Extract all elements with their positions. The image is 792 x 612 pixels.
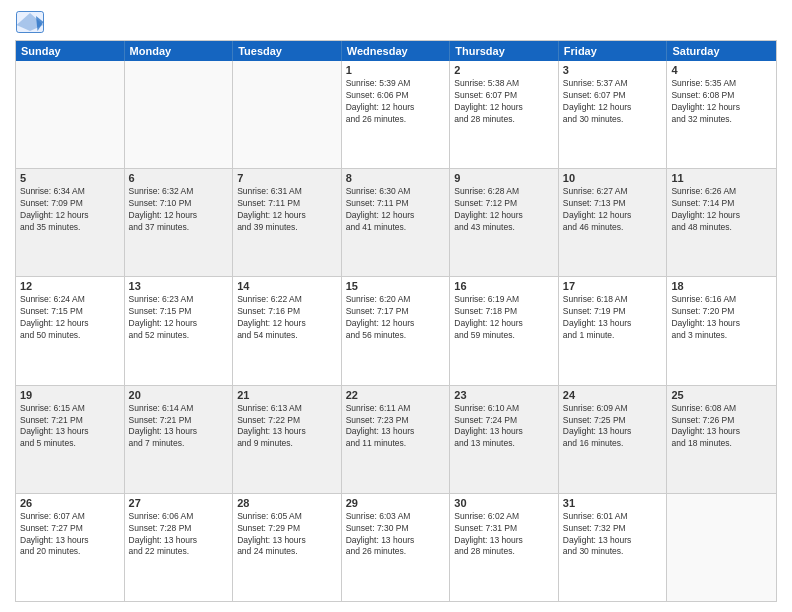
day-info: Sunrise: 5:39 AM Sunset: 6:06 PM Dayligh…	[346, 78, 446, 126]
day-info: Sunrise: 6:18 AM Sunset: 7:19 PM Dayligh…	[563, 294, 663, 342]
day-number: 14	[237, 280, 337, 292]
day-number: 6	[129, 172, 229, 184]
calendar-cell: 11Sunrise: 6:26 AM Sunset: 7:14 PM Dayli…	[667, 169, 776, 276]
day-number: 16	[454, 280, 554, 292]
calendar-cell: 19Sunrise: 6:15 AM Sunset: 7:21 PM Dayli…	[16, 386, 125, 493]
day-info: Sunrise: 6:22 AM Sunset: 7:16 PM Dayligh…	[237, 294, 337, 342]
calendar-cell: 30Sunrise: 6:02 AM Sunset: 7:31 PM Dayli…	[450, 494, 559, 601]
calendar-row-5: 26Sunrise: 6:07 AM Sunset: 7:27 PM Dayli…	[16, 493, 776, 601]
calendar-cell: 24Sunrise: 6:09 AM Sunset: 7:25 PM Dayli…	[559, 386, 668, 493]
weekday-header-thursday: Thursday	[450, 41, 559, 61]
calendar-cell: 15Sunrise: 6:20 AM Sunset: 7:17 PM Dayli…	[342, 277, 451, 384]
day-info: Sunrise: 5:35 AM Sunset: 6:08 PM Dayligh…	[671, 78, 772, 126]
day-number: 10	[563, 172, 663, 184]
day-info: Sunrise: 6:08 AM Sunset: 7:26 PM Dayligh…	[671, 403, 772, 451]
day-info: Sunrise: 6:03 AM Sunset: 7:30 PM Dayligh…	[346, 511, 446, 559]
day-number: 31	[563, 497, 663, 509]
day-number: 22	[346, 389, 446, 401]
day-info: Sunrise: 6:32 AM Sunset: 7:10 PM Dayligh…	[129, 186, 229, 234]
calendar-cell: 17Sunrise: 6:18 AM Sunset: 7:19 PM Dayli…	[559, 277, 668, 384]
day-number: 18	[671, 280, 772, 292]
calendar-cell: 7Sunrise: 6:31 AM Sunset: 7:11 PM Daylig…	[233, 169, 342, 276]
calendar-header: SundayMondayTuesdayWednesdayThursdayFrid…	[16, 41, 776, 61]
day-info: Sunrise: 6:20 AM Sunset: 7:17 PM Dayligh…	[346, 294, 446, 342]
day-number: 11	[671, 172, 772, 184]
logo	[15, 10, 49, 34]
calendar-cell: 8Sunrise: 6:30 AM Sunset: 7:11 PM Daylig…	[342, 169, 451, 276]
calendar-cell: 16Sunrise: 6:19 AM Sunset: 7:18 PM Dayli…	[450, 277, 559, 384]
day-number: 9	[454, 172, 554, 184]
day-number: 23	[454, 389, 554, 401]
day-info: Sunrise: 6:05 AM Sunset: 7:29 PM Dayligh…	[237, 511, 337, 559]
day-number: 12	[20, 280, 120, 292]
day-info: Sunrise: 6:15 AM Sunset: 7:21 PM Dayligh…	[20, 403, 120, 451]
day-info: Sunrise: 6:24 AM Sunset: 7:15 PM Dayligh…	[20, 294, 120, 342]
header	[15, 10, 777, 34]
day-info: Sunrise: 6:06 AM Sunset: 7:28 PM Dayligh…	[129, 511, 229, 559]
day-number: 15	[346, 280, 446, 292]
calendar-cell: 26Sunrise: 6:07 AM Sunset: 7:27 PM Dayli…	[16, 494, 125, 601]
calendar-body: 1Sunrise: 5:39 AM Sunset: 6:06 PM Daylig…	[16, 61, 776, 601]
weekday-header-sunday: Sunday	[16, 41, 125, 61]
day-number: 5	[20, 172, 120, 184]
day-info: Sunrise: 6:19 AM Sunset: 7:18 PM Dayligh…	[454, 294, 554, 342]
day-info: Sunrise: 6:10 AM Sunset: 7:24 PM Dayligh…	[454, 403, 554, 451]
weekday-header-wednesday: Wednesday	[342, 41, 451, 61]
day-info: Sunrise: 6:28 AM Sunset: 7:12 PM Dayligh…	[454, 186, 554, 234]
day-number: 7	[237, 172, 337, 184]
calendar-cell: 4Sunrise: 5:35 AM Sunset: 6:08 PM Daylig…	[667, 61, 776, 168]
day-number: 21	[237, 389, 337, 401]
calendar-cell: 9Sunrise: 6:28 AM Sunset: 7:12 PM Daylig…	[450, 169, 559, 276]
day-number: 1	[346, 64, 446, 76]
day-info: Sunrise: 5:37 AM Sunset: 6:07 PM Dayligh…	[563, 78, 663, 126]
calendar-cell: 13Sunrise: 6:23 AM Sunset: 7:15 PM Dayli…	[125, 277, 234, 384]
calendar-row-2: 5Sunrise: 6:34 AM Sunset: 7:09 PM Daylig…	[16, 168, 776, 276]
day-number: 4	[671, 64, 772, 76]
calendar-cell	[233, 61, 342, 168]
day-number: 24	[563, 389, 663, 401]
calendar-row-1: 1Sunrise: 5:39 AM Sunset: 6:06 PM Daylig…	[16, 61, 776, 168]
day-info: Sunrise: 6:13 AM Sunset: 7:22 PM Dayligh…	[237, 403, 337, 451]
weekday-header-tuesday: Tuesday	[233, 41, 342, 61]
calendar-cell: 18Sunrise: 6:16 AM Sunset: 7:20 PM Dayli…	[667, 277, 776, 384]
calendar-cell: 10Sunrise: 6:27 AM Sunset: 7:13 PM Dayli…	[559, 169, 668, 276]
day-number: 28	[237, 497, 337, 509]
logo-icon	[15, 10, 45, 34]
calendar: SundayMondayTuesdayWednesdayThursdayFrid…	[15, 40, 777, 602]
calendar-cell: 12Sunrise: 6:24 AM Sunset: 7:15 PM Dayli…	[16, 277, 125, 384]
day-number: 19	[20, 389, 120, 401]
calendar-cell: 29Sunrise: 6:03 AM Sunset: 7:30 PM Dayli…	[342, 494, 451, 601]
calendar-cell: 3Sunrise: 5:37 AM Sunset: 6:07 PM Daylig…	[559, 61, 668, 168]
calendar-cell: 25Sunrise: 6:08 AM Sunset: 7:26 PM Dayli…	[667, 386, 776, 493]
day-info: Sunrise: 6:11 AM Sunset: 7:23 PM Dayligh…	[346, 403, 446, 451]
day-info: Sunrise: 6:31 AM Sunset: 7:11 PM Dayligh…	[237, 186, 337, 234]
day-info: Sunrise: 6:07 AM Sunset: 7:27 PM Dayligh…	[20, 511, 120, 559]
calendar-row-4: 19Sunrise: 6:15 AM Sunset: 7:21 PM Dayli…	[16, 385, 776, 493]
calendar-cell: 5Sunrise: 6:34 AM Sunset: 7:09 PM Daylig…	[16, 169, 125, 276]
day-number: 8	[346, 172, 446, 184]
day-number: 29	[346, 497, 446, 509]
day-info: Sunrise: 6:09 AM Sunset: 7:25 PM Dayligh…	[563, 403, 663, 451]
calendar-row-3: 12Sunrise: 6:24 AM Sunset: 7:15 PM Dayli…	[16, 276, 776, 384]
day-number: 26	[20, 497, 120, 509]
day-number: 3	[563, 64, 663, 76]
day-number: 30	[454, 497, 554, 509]
calendar-cell: 28Sunrise: 6:05 AM Sunset: 7:29 PM Dayli…	[233, 494, 342, 601]
day-info: Sunrise: 6:01 AM Sunset: 7:32 PM Dayligh…	[563, 511, 663, 559]
day-info: Sunrise: 6:26 AM Sunset: 7:14 PM Dayligh…	[671, 186, 772, 234]
day-number: 2	[454, 64, 554, 76]
calendar-cell	[125, 61, 234, 168]
calendar-cell: 20Sunrise: 6:14 AM Sunset: 7:21 PM Dayli…	[125, 386, 234, 493]
page: SundayMondayTuesdayWednesdayThursdayFrid…	[0, 0, 792, 612]
calendar-cell: 23Sunrise: 6:10 AM Sunset: 7:24 PM Dayli…	[450, 386, 559, 493]
day-info: Sunrise: 6:30 AM Sunset: 7:11 PM Dayligh…	[346, 186, 446, 234]
day-info: Sunrise: 6:16 AM Sunset: 7:20 PM Dayligh…	[671, 294, 772, 342]
calendar-cell: 22Sunrise: 6:11 AM Sunset: 7:23 PM Dayli…	[342, 386, 451, 493]
day-number: 13	[129, 280, 229, 292]
weekday-header-saturday: Saturday	[667, 41, 776, 61]
day-number: 27	[129, 497, 229, 509]
day-info: Sunrise: 6:23 AM Sunset: 7:15 PM Dayligh…	[129, 294, 229, 342]
day-number: 25	[671, 389, 772, 401]
weekday-header-friday: Friday	[559, 41, 668, 61]
calendar-cell: 1Sunrise: 5:39 AM Sunset: 6:06 PM Daylig…	[342, 61, 451, 168]
